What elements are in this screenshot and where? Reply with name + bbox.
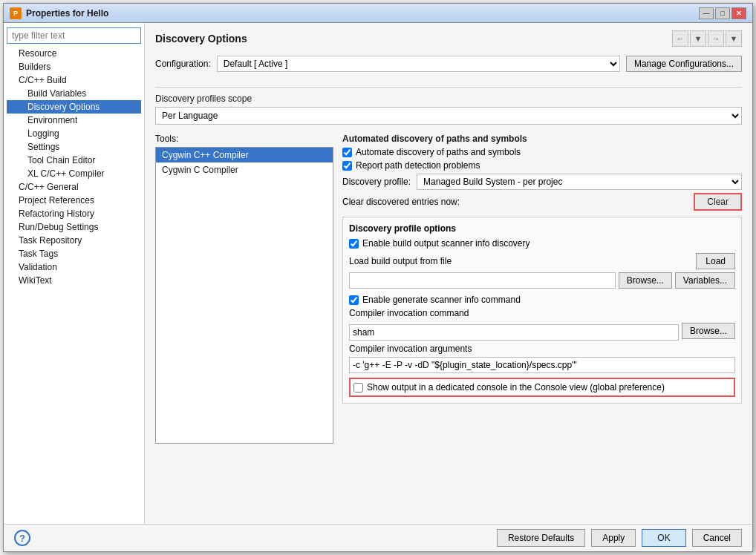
tool-item-cygwin-cpp[interactable]: Cygwin C++ Compiler bbox=[156, 148, 333, 162]
compiler-args-input[interactable] bbox=[349, 357, 735, 373]
window-title: Properties for Hello bbox=[26, 8, 699, 19]
apply-button[interactable]: Apply bbox=[591, 529, 636, 547]
configuration-row: Configuration: Default [ Active ] Manage… bbox=[155, 56, 742, 72]
sidebar-item-tool-chain-editor[interactable]: Tool Chain Editor bbox=[7, 154, 141, 167]
console-checkbox[interactable] bbox=[353, 383, 363, 393]
close-button[interactable]: ✕ bbox=[731, 7, 746, 19]
right-panel: Discovery Options ← ▼ → ▼ Configuration:… bbox=[145, 23, 752, 524]
panel-header: Discovery Options ← ▼ → ▼ bbox=[155, 30, 742, 47]
browse-button[interactable]: Browse... bbox=[619, 272, 672, 289]
filter-input[interactable] bbox=[7, 27, 141, 44]
report-checkbox[interactable] bbox=[342, 161, 352, 171]
automate-label: Automate discovery of paths and symbols bbox=[356, 147, 521, 157]
automate-checkbox-row: Automate discovery of paths and symbols bbox=[342, 147, 742, 157]
sidebar-item-settings[interactable]: Settings bbox=[7, 140, 141, 154]
auto-discovery-title: Automated discovery of paths and symbols bbox=[342, 134, 742, 144]
main-window: P Properties for Hello — □ ✕ ResourceBui… bbox=[3, 3, 753, 552]
variables-button[interactable]: Variables... bbox=[675, 272, 735, 289]
scope-select[interactable]: Per Language bbox=[155, 107, 742, 125]
main-content: ResourceBuildersC/C++ BuildBuild Variabl… bbox=[4, 23, 752, 524]
maximize-button[interactable]: □ bbox=[715, 7, 730, 19]
report-checkbox-row: Report path detection problems bbox=[342, 160, 742, 171]
console-row: Show output in a dedicated console in th… bbox=[349, 378, 735, 397]
console-label: Show output in a dedicated console in th… bbox=[367, 382, 665, 393]
cmd-browse-button[interactable]: Browse... bbox=[682, 323, 735, 339]
compiler-cmd-input[interactable] bbox=[349, 324, 679, 341]
sidebar-item-discovery-options[interactable]: Discovery Options bbox=[7, 100, 141, 114]
sidebar-item-builders[interactable]: Builders bbox=[7, 60, 141, 73]
enable-generate-row: Enable generate scanner info command Com… bbox=[349, 295, 735, 397]
load-build-label: Load build output from file bbox=[349, 256, 452, 266]
nav-arrows: ← ▼ → ▼ bbox=[672, 30, 742, 47]
file-input-row: Browse... Variables... bbox=[349, 272, 735, 289]
scope-label: Discovery profiles scope bbox=[155, 93, 742, 104]
report-label: Report path detection problems bbox=[356, 160, 480, 171]
sidebar-item-resource[interactable]: Resource bbox=[7, 47, 141, 60]
compiler-cmd-label: Compiler invocation command bbox=[349, 308, 735, 318]
tools-list: Cygwin C++ CompilerCygwin C Compiler bbox=[155, 147, 333, 444]
profile-row: Discovery profile: Managed Build System … bbox=[342, 174, 742, 190]
load-row: Load build output from file Load bbox=[349, 253, 735, 269]
clear-button[interactable]: Clear bbox=[694, 193, 742, 211]
sidebar-item-run-debug[interactable]: Run/Debug Settings bbox=[7, 220, 141, 234]
discovery-profile-options-box: Discovery profile options Enable build o… bbox=[342, 217, 742, 404]
tools-label: Tools: bbox=[155, 134, 333, 144]
sidebar-tree: ResourceBuildersC/C++ BuildBuild Variabl… bbox=[7, 47, 141, 287]
window-icon: P bbox=[10, 7, 22, 19]
sidebar-item-wikitext[interactable]: WikiText bbox=[7, 274, 141, 287]
bottom-left: ? bbox=[14, 530, 30, 546]
nav-forward-button[interactable]: → bbox=[708, 30, 724, 47]
clear-row: Clear discovered entries now: Clear bbox=[342, 193, 742, 211]
sidebar-item-xl-cpp[interactable]: XL C/C++ Compiler bbox=[7, 167, 141, 180]
clear-label: Clear discovered entries now: bbox=[342, 197, 688, 207]
bottom-right: Restore Defaults Apply OK Cancel bbox=[497, 529, 742, 547]
nav-dropdown-button[interactable]: ▼ bbox=[690, 30, 706, 47]
compiler-cmd-row: Browse... bbox=[349, 321, 735, 341]
help-button[interactable]: ? bbox=[14, 530, 30, 546]
profile-label: Discovery profile: bbox=[342, 177, 411, 187]
tool-item-cygwin-c[interactable]: Cygwin C Compiler bbox=[156, 162, 333, 177]
load-button[interactable]: Load bbox=[696, 253, 735, 269]
enable-build-label: Enable build output scanner info discove… bbox=[362, 238, 529, 249]
bottom-bar: ? Restore Defaults Apply OK Cancel bbox=[4, 524, 752, 551]
sidebar: ResourceBuildersC/C++ BuildBuild Variabl… bbox=[4, 23, 145, 524]
sidebar-item-task-tags[interactable]: Task Tags bbox=[7, 247, 141, 260]
file-input[interactable] bbox=[349, 272, 616, 289]
sidebar-item-cpp-general[interactable]: C/C++ General bbox=[7, 180, 141, 194]
sidebar-item-project-references[interactable]: Project References bbox=[7, 194, 141, 207]
window-controls: — □ ✕ bbox=[699, 7, 746, 19]
profile-select[interactable]: Managed Build System - per projec bbox=[417, 174, 742, 190]
sidebar-item-refactoring-history[interactable]: Refactoring History bbox=[7, 207, 141, 220]
manage-configurations-button[interactable]: Manage Configurations... bbox=[626, 56, 742, 72]
minimize-button[interactable]: — bbox=[699, 7, 714, 19]
enable-generate-label: Enable generate scanner info command bbox=[362, 295, 521, 305]
sidebar-item-logging[interactable]: Logging bbox=[7, 127, 141, 140]
nav-back-button[interactable]: ← bbox=[672, 30, 688, 47]
auto-discovery-section: Automated discovery of paths and symbols… bbox=[342, 134, 742, 211]
panel-title: Discovery Options bbox=[155, 33, 247, 45]
nav-forward-dropdown-button[interactable]: ▼ bbox=[726, 30, 742, 47]
title-bar: P Properties for Hello — □ ✕ bbox=[4, 4, 752, 23]
configuration-select[interactable]: Default [ Active ] bbox=[217, 56, 620, 72]
tools-column: Tools: Cygwin C++ CompilerCygwin C Compi… bbox=[155, 134, 333, 444]
compiler-args-label: Compiler invocation arguments bbox=[349, 344, 735, 354]
sidebar-item-validation[interactable]: Validation bbox=[7, 260, 141, 274]
options-column: Automated discovery of paths and symbols… bbox=[342, 134, 742, 444]
enable-generate-checkbox[interactable] bbox=[349, 295, 359, 305]
sidebar-item-environment[interactable]: Environment bbox=[7, 114, 141, 127]
ok-button[interactable]: OK bbox=[642, 529, 685, 547]
discovery-profile-options-title: Discovery profile options bbox=[349, 223, 735, 234]
sidebar-item-build-variables[interactable]: Build Variables bbox=[7, 87, 141, 100]
sidebar-item-cpp-build[interactable]: C/C++ Build bbox=[7, 73, 141, 87]
enable-build-checkbox-row: Enable build output scanner info discove… bbox=[349, 238, 735, 249]
enable-build-checkbox[interactable] bbox=[349, 239, 359, 249]
cancel-button[interactable]: Cancel bbox=[692, 529, 742, 547]
enable-generate-checkbox-row: Enable generate scanner info command bbox=[349, 295, 735, 305]
automate-checkbox[interactable] bbox=[342, 148, 352, 157]
sidebar-item-task-repository[interactable]: Task Repository bbox=[7, 234, 141, 247]
section-divider-1 bbox=[155, 87, 742, 88]
restore-defaults-button[interactable]: Restore Defaults bbox=[497, 529, 585, 547]
two-col-layout: Tools: Cygwin C++ CompilerCygwin C Compi… bbox=[155, 134, 742, 444]
configuration-label: Configuration: bbox=[155, 59, 211, 69]
